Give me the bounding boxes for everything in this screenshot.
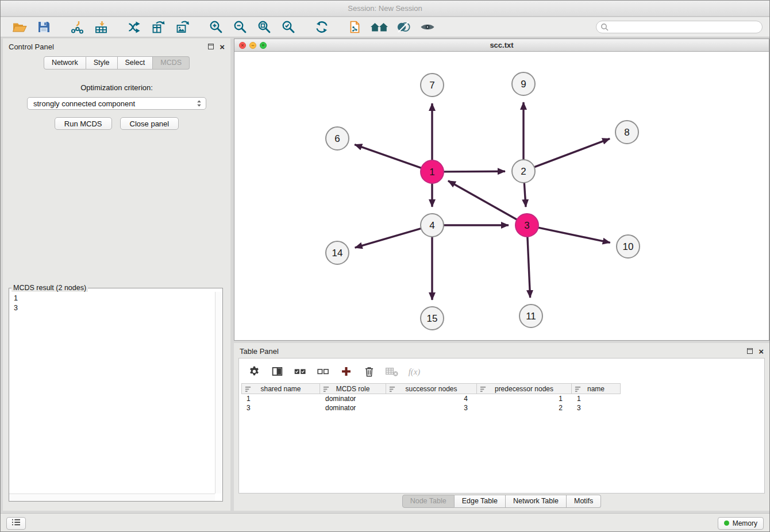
status-bar: Memory	[1, 513, 769, 532]
graph-edge-3-11[interactable]	[528, 237, 530, 298]
criterion-dropdown[interactable]: strongly connected component	[27, 97, 206, 110]
column-header-mcds-role[interactable]: MCDS role	[320, 383, 386, 394]
table-cell[interactable]: 4	[386, 395, 477, 403]
column-label: name	[587, 385, 605, 393]
table-cell[interactable]: 1	[477, 395, 572, 403]
export-document-icon[interactable]	[343, 18, 367, 36]
import-network-icon[interactable]	[65, 18, 89, 36]
network-window-title: scc.txt	[490, 41, 513, 49]
column-label: MCDS role	[336, 385, 370, 393]
graph-node-label: 15	[427, 313, 438, 324]
open-session-icon[interactable]	[7, 18, 32, 36]
graph-node-label: 4	[429, 220, 434, 231]
home-icon[interactable]	[367, 18, 391, 36]
graph-edge-3-10[interactable]	[538, 228, 610, 242]
add-column-icon[interactable]	[337, 363, 355, 379]
table-cell[interactable]: 1	[241, 395, 320, 403]
zoom-window-button[interactable]: +	[260, 42, 267, 49]
network-window-titlebar: × − + scc.txt	[234, 39, 769, 52]
zoom-in-icon[interactable]	[204, 18, 228, 36]
graph-edge-3-1[interactable]	[448, 181, 517, 220]
search-input[interactable]	[596, 21, 763, 33]
run-mcds-button[interactable]: Run MCDS	[55, 117, 112, 130]
mcds-result-box: MCDS result (2 nodes) 13	[9, 284, 223, 502]
tab-mcds[interactable]: MCDS	[153, 56, 190, 70]
column-header-name[interactable]: name	[572, 383, 621, 394]
status-menu-button[interactable]	[6, 517, 26, 530]
table-body: 1dominator4113dominator323	[241, 394, 764, 413]
table-cell[interactable]: 2	[477, 404, 572, 412]
result-horizontal-scrollbar[interactable]	[9, 494, 215, 501]
show-graphics-icon[interactable]	[415, 18, 440, 36]
minimize-window-button[interactable]: −	[249, 42, 256, 49]
tab-node-table[interactable]: Node Table	[402, 495, 455, 508]
graph-node-label: 2	[521, 166, 526, 177]
float-panel-icon[interactable]	[208, 44, 214, 49]
graph-node-label: 1	[429, 167, 434, 178]
style-icon[interactable]	[391, 18, 415, 36]
zoom-fit-icon[interactable]	[252, 18, 276, 36]
application-window: Session: New Session Control Panel × Net…	[0, 0, 770, 532]
table-cell[interactable]: 3	[241, 404, 320, 412]
new-network-icon[interactable]	[122, 18, 147, 36]
table-cell[interactable]: 3	[386, 404, 477, 412]
window-titlebar: Session: New Session	[1, 1, 769, 17]
graph-node-label: 10	[623, 241, 634, 252]
result-vertical-scrollbar[interactable]	[215, 292, 222, 494]
graph-edge-2-3[interactable]	[524, 183, 526, 207]
sort-icon	[480, 386, 486, 392]
tab-network-table[interactable]: Network Table	[506, 495, 567, 508]
graph-node-label: 3	[524, 220, 529, 231]
table-cell[interactable]: dominator	[320, 395, 386, 403]
graph-edge-1-6[interactable]	[355, 145, 421, 168]
zoom-out-icon[interactable]	[228, 18, 252, 36]
tab-edge-table[interactable]: Edge Table	[455, 495, 506, 508]
mcds-result-list: 13	[9, 292, 222, 315]
clone-network-icon[interactable]	[147, 18, 171, 36]
tab-network[interactable]: Network	[44, 56, 86, 70]
table-row[interactable]: 3dominator323	[241, 403, 764, 413]
criterion-value: strongly connected component	[33, 99, 135, 108]
zoom-selected-icon[interactable]	[276, 18, 301, 36]
search-box[interactable]	[596, 21, 763, 33]
tab-style[interactable]: Style	[86, 56, 118, 70]
column-header-shared-name[interactable]: shared name	[241, 383, 320, 394]
network-canvas[interactable]: 7968124314101511	[234, 52, 770, 341]
refresh-layout-icon[interactable]	[310, 18, 334, 36]
graph-edge-1-2[interactable]	[444, 171, 505, 172]
float-panel-icon[interactable]	[747, 348, 753, 354]
memory-button[interactable]: Memory	[718, 517, 764, 530]
table-panel-header: Table Panel ×	[234, 343, 769, 359]
close-window-button[interactable]: ×	[239, 42, 246, 49]
graph-node-label: 11	[526, 311, 536, 322]
table-panel-title: Table Panel	[240, 347, 279, 356]
node-table: shared nameMCDS rolesuccessor nodesprede…	[241, 383, 764, 413]
select-all-columns-icon[interactable]	[291, 363, 309, 379]
column-header-predecessor-nodes[interactable]: predecessor nodes	[477, 383, 572, 394]
table-cell[interactable]: 3	[572, 404, 621, 412]
close-panel-icon[interactable]: ×	[220, 43, 225, 51]
deselect-all-columns-icon[interactable]	[314, 363, 332, 379]
table-panel-body: f(x) shared nameMCDS rolesuccessor nodes…	[238, 358, 765, 494]
table-toolbar: f(x)	[239, 358, 764, 383]
graph-edge-2-8[interactable]	[534, 138, 610, 167]
tab-select[interactable]: Select	[118, 56, 153, 70]
table-panel: Table Panel × f(x) shared nameMCDS roles…	[234, 343, 769, 511]
memory-label: Memory	[733, 519, 757, 527]
tab-motifs[interactable]: Motifs	[567, 495, 601, 508]
table-row[interactable]: 1dominator411	[241, 394, 764, 403]
table-cell[interactable]: dominator	[320, 404, 386, 412]
graph-edge-4-14[interactable]	[355, 229, 421, 248]
export-image-icon[interactable]	[171, 18, 195, 36]
delete-columns-icon[interactable]	[360, 363, 378, 379]
column-header-successor-nodes[interactable]: successor nodes	[386, 383, 477, 394]
toggle-columns-icon[interactable]	[268, 363, 286, 379]
close-panel-button[interactable]: Close panel	[120, 117, 179, 130]
import-table-icon[interactable]	[89, 18, 113, 36]
save-session-icon[interactable]	[32, 18, 56, 36]
table-settings-icon[interactable]	[245, 363, 263, 379]
dropdown-arrows-icon	[196, 99, 202, 107]
close-panel-icon[interactable]: ×	[759, 347, 764, 356]
table-cell[interactable]: 1	[572, 395, 621, 403]
traffic-lights: × − +	[239, 39, 267, 52]
